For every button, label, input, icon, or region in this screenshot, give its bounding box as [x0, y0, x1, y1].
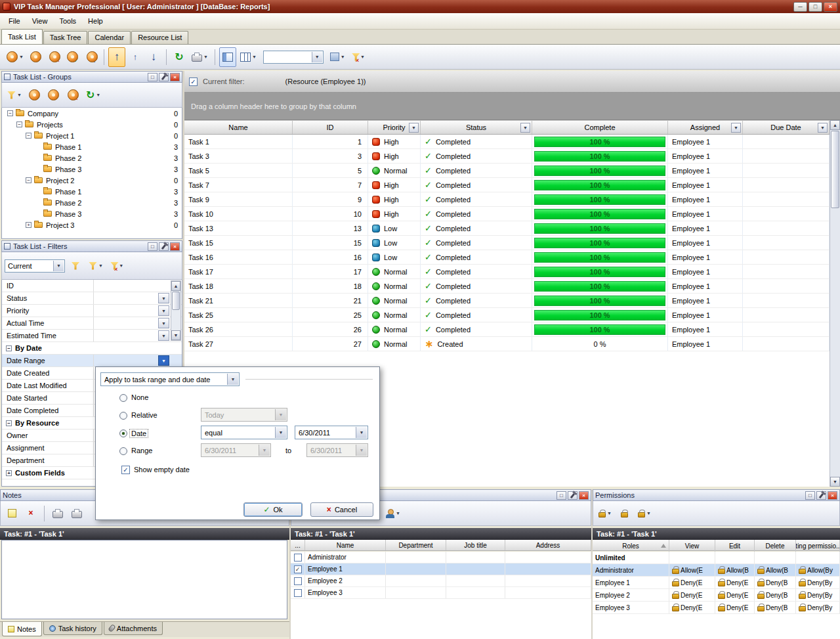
resource-row-employee-1[interactable]: ✓Employee 1: [291, 563, 591, 575]
permission-row-employee-2[interactable]: Employee 2Deny(EDeny(EDeny(BDeny(By: [593, 589, 840, 602]
edit-note-button[interactable]: [3, 504, 20, 523]
promote-task-button[interactable]: ↑: [127, 47, 144, 67]
print-note-button[interactable]: [49, 504, 66, 523]
filter-value-cell[interactable]: ▼: [94, 292, 182, 304]
date-value-picker[interactable]: 6/30/2011 ▼: [295, 426, 368, 439]
permission-row-unlimited[interactable]: Unlimited: [593, 552, 840, 564]
pin-panel-button[interactable]: [568, 491, 578, 500]
delete-task-button[interactable]: ×: [46, 47, 63, 67]
section-expander-icon[interactable]: −: [6, 345, 12, 351]
bottom-tab-notes[interactable]: Notes: [2, 622, 42, 636]
column-header-due-date[interactable]: Due Date▼: [743, 121, 830, 134]
float-panel-button[interactable]: □: [556, 491, 566, 500]
tree-item-project-1[interactable]: −Project 10: [2, 130, 182, 141]
show-empty-date-checkbox[interactable]: ✓: [121, 466, 130, 474]
title-bar[interactable]: VIP Task Manager Professional [ User: Ad…: [0, 0, 840, 13]
tree-expander-icon[interactable]: −: [26, 177, 32, 183]
dropdown-button[interactable]: ▼: [356, 427, 367, 438]
toggle-panels-button[interactable]: [219, 47, 236, 67]
dropdown-button[interactable]: ▼: [53, 261, 64, 271]
task-row-task-26[interactable]: Task 2626Normal✓Completed100 %Employee 1: [184, 322, 830, 337]
task-row-task-3[interactable]: Task 33High✓Completed100 %Employee 1: [184, 149, 830, 164]
menu-item-help[interactable]: Help: [82, 14, 109, 28]
column-header-job-title[interactable]: Job title: [446, 540, 505, 550]
close-panel-button[interactable]: ×: [170, 242, 180, 251]
tab-task-list[interactable]: Task List: [1, 29, 43, 44]
column-header-address[interactable]: Address: [505, 540, 591, 550]
radio-relative[interactable]: [119, 412, 127, 420]
print-button[interactable]: ▼: [189, 47, 211, 67]
move-task-down-button[interactable]: ↓: [145, 47, 162, 67]
task-row-task-16[interactable]: Task 1616Low✓Completed100 %Employee 1: [184, 250, 830, 265]
edit-group-button[interactable]: [45, 85, 62, 105]
filters-scrollbar[interactable]: ▲ ▼: [171, 280, 181, 341]
refresh-button[interactable]: ↻: [171, 47, 188, 67]
column-header-delete[interactable]: Delete: [755, 540, 796, 552]
filter-row-actual-time[interactable]: Actual Time▼: [2, 317, 182, 330]
section-expander-icon[interactable]: −: [6, 420, 12, 426]
refresh-groups-button[interactable]: ↻▼: [83, 85, 103, 105]
close-button[interactable]: ×: [824, 2, 837, 12]
filter-value-cell[interactable]: ▼: [94, 355, 182, 366]
filter-row-date-range[interactable]: Date Range▼: [2, 355, 182, 367]
new-task-button[interactable]: ▼: [4, 47, 26, 67]
filter-preset-combobox[interactable]: Current ▼: [5, 259, 65, 273]
tab-task-tree[interactable]: Task Tree: [43, 31, 88, 44]
tree-item-project-2[interactable]: −Project 20: [2, 175, 182, 186]
ok-button[interactable]: ✓ Ok: [243, 502, 303, 517]
print-preview-button[interactable]: [68, 504, 85, 523]
tree-item-phase-2[interactable]: Phase 23: [2, 197, 182, 208]
scroll-track[interactable]: [171, 311, 180, 330]
tree-item-phase-1[interactable]: Phase 13: [2, 186, 182, 197]
permission-row-employee-1[interactable]: Employee 1Deny(EDeny(EDeny(BDeny(By: [593, 577, 840, 589]
scroll-thumb[interactable]: [172, 292, 180, 310]
tree-item-phase-1[interactable]: Phase 13: [2, 141, 182, 152]
assign-resource-button[interactable]: ▼: [383, 504, 403, 523]
pin-panel-button[interactable]: [159, 73, 169, 81]
quick-filter-combobox[interactable]: ▼: [263, 51, 324, 64]
radio-none[interactable]: [119, 394, 127, 402]
clear-filter-button[interactable]: ×▼: [349, 47, 368, 67]
float-panel-button[interactable]: □: [148, 73, 158, 81]
delete-group-button[interactable]: ×: [64, 85, 81, 105]
edit-filter-button[interactable]: ▼: [86, 256, 106, 276]
scroll-down-button[interactable]: ▼: [830, 477, 840, 487]
task-row-task-13[interactable]: Task 1313Low✓Completed100 %Employee 1: [184, 221, 830, 236]
column-header-assigned[interactable]: Assigned▼: [668, 121, 743, 134]
close-panel-button[interactable]: ×: [170, 73, 180, 81]
filter-row-id[interactable]: ID: [2, 280, 182, 292]
menu-item-tools[interactable]: Tools: [53, 14, 82, 28]
column-header-view[interactable]: View: [669, 540, 715, 552]
bottom-tab-task-history[interactable]: Task history: [43, 622, 102, 635]
pin-panel-button[interactable]: [816, 491, 826, 500]
delete-note-button[interactable]: ×: [22, 504, 39, 523]
filter-value-cell[interactable]: ▼: [94, 330, 182, 342]
group-task-button[interactable]: ↓: [83, 47, 100, 67]
tree-item-company[interactable]: −Company0: [2, 108, 182, 119]
task-row-task-5[interactable]: Task 55Normal✓Completed100 %Employee 1: [184, 164, 830, 178]
date-operator-combobox[interactable]: equal ▼: [201, 426, 287, 439]
filter-value-cell[interactable]: [94, 280, 182, 292]
resource-row-administrator[interactable]: Administrator: [291, 552, 591, 563]
column-filter-button[interactable]: ▼: [520, 123, 530, 133]
column-filter-button[interactable]: ▼: [409, 123, 419, 133]
task-row-task-17[interactable]: Task 1717Normal✓Completed100 %Employee 1: [184, 265, 830, 279]
filter-groups-button[interactable]: ▼: [5, 85, 24, 105]
section-expander-icon[interactable]: +: [6, 470, 12, 476]
filter-row-estimated-time[interactable]: Estimated Time▼: [2, 330, 182, 342]
tree-item-phase-3[interactable]: Phase 33: [2, 208, 182, 219]
scroll-up-button[interactable]: ▲: [171, 281, 180, 291]
column-header-complete[interactable]: Complete: [532, 121, 668, 134]
tab-calendar[interactable]: Calendar: [88, 31, 131, 44]
group-by-button[interactable]: ▼: [327, 47, 348, 67]
filter-dropdown-button[interactable]: ▼: [158, 330, 169, 341]
column-header-edit[interactable]: Edit: [715, 540, 755, 552]
task-row-task-9[interactable]: Task 99High✓Completed100 %Employee 1: [184, 192, 830, 207]
tab-resource-list[interactable]: Resource List: [131, 31, 188, 44]
filter-row-priority[interactable]: Priority▼: [2, 305, 182, 317]
task-row-task-1[interactable]: Task 11High✓Completed100 %Employee 1: [184, 135, 830, 149]
column-header-priority[interactable]: Priority▼: [368, 121, 421, 134]
resource-checkbox[interactable]: ✓: [294, 565, 302, 573]
column-header-department[interactable]: Department: [386, 540, 446, 550]
group-by-drop-zone[interactable]: Drag a column header here to group by th…: [184, 93, 840, 120]
